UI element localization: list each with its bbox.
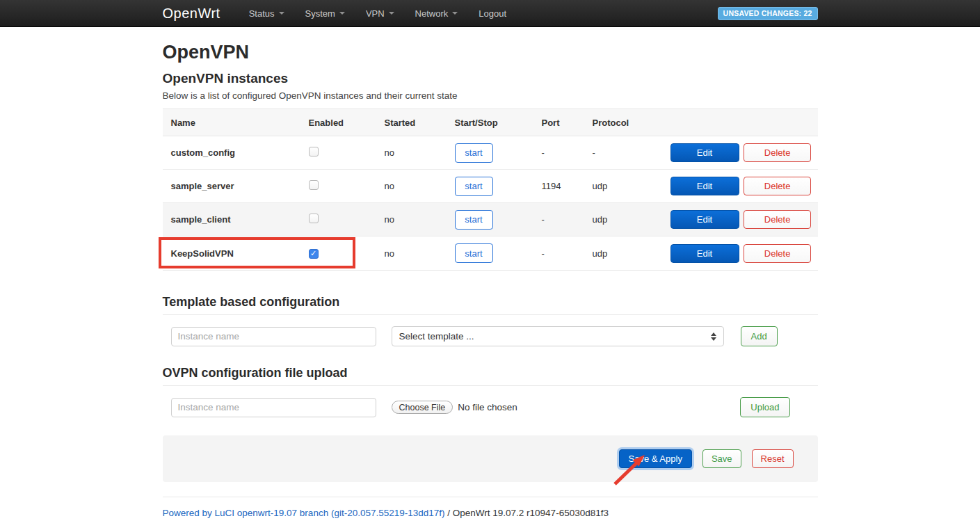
column-header-enabled: Enabled <box>309 118 385 128</box>
edit-button[interactable]: Edit <box>670 177 739 195</box>
protocol-value: udp <box>593 181 667 191</box>
instance-name: custom_config <box>163 147 309 158</box>
select-arrows-icon <box>711 332 716 341</box>
instances-table: Name Enabled Started Start/Stop Port Pro… <box>163 109 818 271</box>
port-value: - <box>542 214 593 225</box>
nav-item-network[interactable]: Network <box>405 0 469 26</box>
nav-item-label: Network <box>415 8 449 19</box>
template-select-value: Select template ... <box>399 331 711 342</box>
reset-button[interactable]: Reset <box>752 449 794 468</box>
upload-instance-name-input[interactable] <box>171 398 376 417</box>
section-divider <box>163 385 818 386</box>
enabled-checkbox[interactable] <box>309 249 319 259</box>
edit-button[interactable]: Edit <box>670 143 739 162</box>
table-row-sample-server: sample_server no start 1194 udp Edit Del… <box>163 170 818 203</box>
started-value: no <box>385 181 455 191</box>
started-value: no <box>385 147 455 158</box>
delete-button[interactable]: Delete <box>744 177 811 195</box>
table-row-sample-client: sample_client no start - udp Edit Delete <box>163 203 818 236</box>
table-row-custom-config: custom_config no start - - Edit Delete <box>163 136 818 170</box>
nav-item-vpn[interactable]: VPN <box>355 0 405 26</box>
started-value: no <box>385 214 455 225</box>
template-form-row: Select template ... Add <box>163 326 818 346</box>
nav-item-logout[interactable]: Logout <box>468 0 517 26</box>
caret-down-icon <box>452 12 458 15</box>
unsaved-changes-badge[interactable]: UNSAVED CHANGES: 22 <box>718 7 818 20</box>
caret-down-icon <box>279 12 284 15</box>
table-row-keepsolidvpn: KeepSolidVPN no start - udp Edit Delete <box>163 236 818 270</box>
footer-version: OpenWrt 19.07.2 r10947-65030d81f3 <box>453 508 609 518</box>
section-divider <box>163 314 818 315</box>
template-instance-name-input[interactable] <box>171 327 376 346</box>
instances-heading: OpenVPN instances <box>163 72 818 85</box>
footer-divider <box>163 497 818 497</box>
upload-button[interactable]: Upload <box>740 397 789 417</box>
instance-name: KeepSolidVPN <box>163 248 309 259</box>
delete-button[interactable]: Delete <box>744 143 811 162</box>
column-header-protocol: Protocol <box>593 118 667 128</box>
delete-button[interactable]: Delete <box>744 244 811 263</box>
enabled-checkbox[interactable] <box>309 214 319 223</box>
template-select[interactable]: Select template ... <box>392 326 724 346</box>
port-value: 1194 <box>542 181 593 191</box>
action-panel: Save & Apply Save Reset <box>163 435 818 482</box>
footer-separator: / <box>445 508 453 518</box>
openwrt-brand[interactable]: OpenWrt <box>163 6 220 22</box>
start-button[interactable]: start <box>455 243 493 263</box>
instance-name: sample_client <box>163 214 309 225</box>
nav-item-label: VPN <box>366 8 385 19</box>
port-value: - <box>542 248 593 259</box>
instances-description: Below is a list of configured OpenVPN in… <box>163 90 818 101</box>
column-header-name: Name <box>163 118 309 128</box>
footer-text: Powered by LuCI openwrt-19.07 branch (gi… <box>163 508 818 519</box>
nav-item-label: Status <box>249 8 275 19</box>
nav-item-system[interactable]: System <box>295 0 355 26</box>
luci-footer-link[interactable]: Powered by LuCI openwrt-19.07 branch (gi… <box>163 508 445 518</box>
column-header-startstop: Start/Stop <box>455 118 542 128</box>
upload-form-row: Choose File No file chosen Upload <box>163 397 818 417</box>
enabled-checkbox[interactable] <box>309 147 319 156</box>
table-header-row: Name Enabled Started Start/Stop Port Pro… <box>163 109 818 136</box>
main-content: OpenVPN OpenVPN instances Below is a lis… <box>163 42 818 519</box>
column-header-started: Started <box>385 118 455 128</box>
top-navbar: OpenWrt Status System VPN Network Logout… <box>0 0 980 27</box>
choose-file-button[interactable]: Choose File <box>392 401 453 414</box>
column-header-port: Port <box>542 118 593 128</box>
start-button[interactable]: start <box>455 143 493 163</box>
nav-item-label: Logout <box>479 8 506 19</box>
instance-name: sample_server <box>163 181 309 191</box>
upload-section-heading: OVPN configuration file upload <box>163 367 818 379</box>
enabled-checkbox[interactable] <box>309 180 319 190</box>
started-value: no <box>385 248 455 259</box>
protocol-value: - <box>593 147 667 158</box>
edit-button[interactable]: Edit <box>670 210 739 229</box>
no-file-chosen-text: No file chosen <box>458 402 517 412</box>
save-button[interactable]: Save <box>702 449 741 468</box>
page-title: OpenVPN <box>163 42 818 63</box>
edit-button[interactable]: Edit <box>670 244 739 263</box>
protocol-value: udp <box>593 214 667 225</box>
add-button[interactable]: Add <box>741 326 778 346</box>
protocol-value: udp <box>593 248 667 259</box>
delete-button[interactable]: Delete <box>744 210 811 229</box>
start-button[interactable]: start <box>455 177 493 196</box>
caret-down-icon <box>389 12 394 15</box>
save-apply-button[interactable]: Save & Apply <box>619 449 692 468</box>
start-button[interactable]: start <box>455 210 493 230</box>
template-section-heading: Template based configuration <box>163 296 818 308</box>
nav-item-label: System <box>305 8 335 19</box>
nav-item-status[interactable]: Status <box>239 0 295 26</box>
caret-down-icon <box>339 12 345 15</box>
port-value: - <box>542 147 593 158</box>
